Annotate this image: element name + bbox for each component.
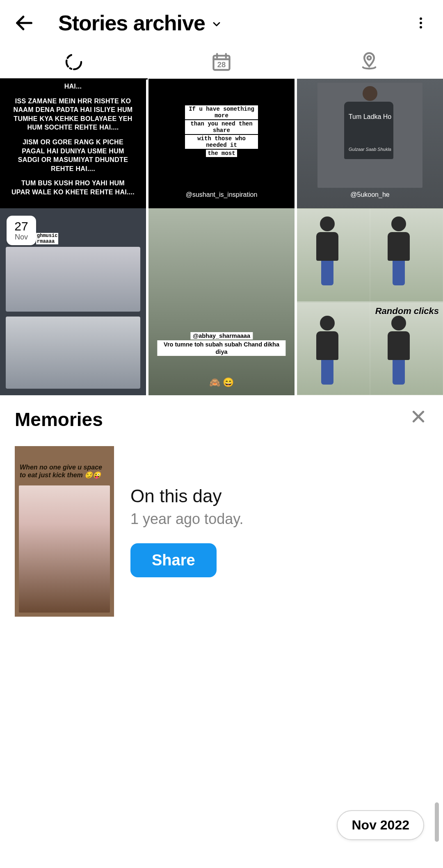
story-mention: @abhay_sharmaaaa Vro tumne toh subah sub… — [157, 332, 285, 356]
svg-point-1 — [420, 22, 422, 24]
date-day: 27 — [14, 220, 28, 232]
group-selfie-1 — [6, 247, 140, 312]
title-dropdown[interactable]: Stories archive — [58, 11, 409, 35]
svg-point-6 — [368, 56, 371, 59]
date-badge: 27 Nov — [7, 216, 36, 245]
close-memories-button[interactable] — [409, 407, 428, 426]
story-emoji: 🙈 😄 — [209, 377, 234, 388]
memories-heading: Memories — [15, 408, 428, 431]
story-photo — [148, 208, 295, 395]
memory-info: On this day 1 year ago today. Share — [130, 486, 428, 577]
story-tile-1[interactable]: HAI... ISS ZAMANE MEIN HRR RISHTE KO NAA… — [0, 79, 146, 208]
memory-thumbnail[interactable]: When no one give u space to eat just kic… — [15, 446, 114, 617]
memory-photo — [19, 485, 110, 613]
more-vertical-icon — [413, 16, 428, 30]
scroll-indicator[interactable] — [435, 802, 439, 842]
group-selfie-2 — [6, 317, 140, 389]
story-ring-icon — [64, 52, 84, 72]
story-caption: Tum Ladka Ho — [297, 113, 443, 121]
chevron-down-icon — [211, 18, 222, 30]
back-button[interactable] — [10, 9, 39, 37]
svg-text:28: 28 — [217, 60, 226, 69]
story-photo — [317, 83, 422, 188]
story-tile-2[interactable]: If u have something more than you need t… — [148, 79, 295, 208]
story-quote: If u have something more than you need t… — [185, 105, 258, 157]
tab-location[interactable] — [295, 46, 443, 78]
calendar-icon: 28 — [211, 51, 232, 73]
location-pin-icon — [359, 51, 380, 73]
tab-calendar[interactable]: 28 — [148, 46, 295, 78]
story-tile-6[interactable]: Random clicks — [297, 208, 443, 395]
share-button[interactable]: Share — [130, 543, 217, 577]
archive-tabs: 28 — [0, 46, 443, 79]
story-label: Random clicks — [375, 306, 439, 317]
story-tile-5[interactable]: @abhay_sharmaaaa Vro tumne toh subah sub… — [148, 208, 295, 395]
more-button[interactable] — [409, 11, 433, 35]
svg-point-2 — [420, 26, 422, 29]
story-text: HAI... ISS ZAMANE MEIN HRR RISHTE KO NAA… — [0, 79, 146, 206]
memory-title: On this day — [130, 486, 428, 506]
memory-caption: When no one give u space to eat just kic… — [20, 463, 109, 479]
month-indicator-pill[interactable]: Nov 2022 — [337, 810, 424, 840]
stories-grid-row1: HAI... ISS ZAMANE MEIN HRR RISHTE KO NAA… — [0, 79, 443, 208]
svg-point-0 — [420, 18, 422, 20]
stories-grid-row2: ghmusicrmaaaa 27 Nov @abhay_sharmaaaa Vr… — [0, 208, 443, 395]
story-credit: @5ukoon_he — [350, 191, 389, 198]
memories-section: Memories When no one give u space to eat… — [0, 395, 443, 617]
arrow-left-icon — [14, 12, 35, 34]
story-credit: @sushant_is_inspiration — [186, 191, 258, 198]
svg-point-3 — [66, 55, 81, 69]
story-music-tag: ghmusicrmaaaa — [36, 233, 58, 244]
date-month: Nov — [15, 233, 28, 241]
page-title: Stories archive — [58, 11, 205, 35]
memory-subtitle: 1 year ago today. — [130, 510, 428, 528]
story-subcaption: Gulzaar Saab Shukla — [297, 147, 443, 152]
close-icon — [410, 408, 427, 425]
story-tile-3[interactable]: Tum Ladka Ho Gulzaar Saab Shukla @5ukoon… — [297, 79, 443, 208]
tab-stories[interactable] — [0, 46, 148, 78]
story-tile-4[interactable]: ghmusicrmaaaa 27 Nov — [0, 208, 146, 395]
header: Stories archive — [0, 0, 443, 46]
